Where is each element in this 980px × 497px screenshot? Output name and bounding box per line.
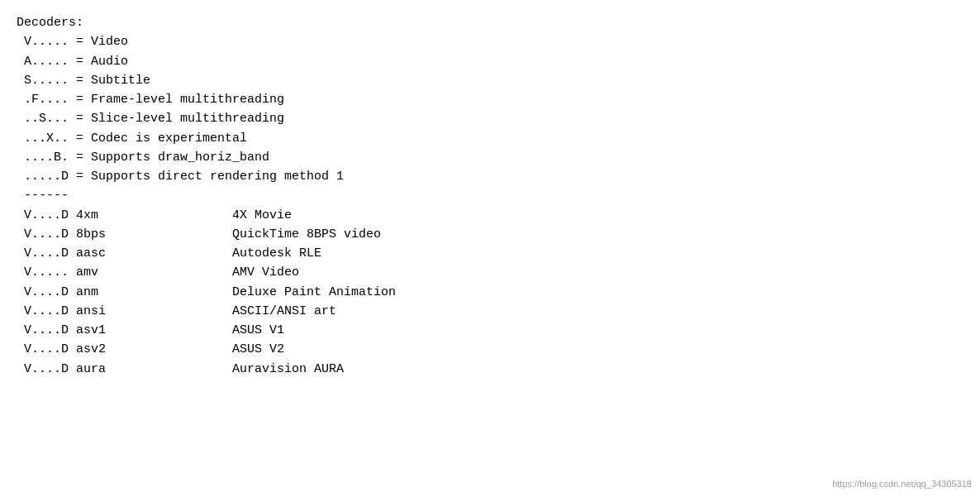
line-9: ------	[17, 186, 963, 205]
line-3: S..... = Subtitle	[17, 71, 963, 90]
line-14: V....D anm Deluxe Paint Animation	[17, 283, 963, 302]
line-0: Decoders:	[17, 13, 963, 32]
line-4: .F.... = Frame-level multithreading	[17, 90, 963, 109]
line-8: .....D = Supports direct rendering metho…	[17, 167, 963, 186]
line-17: V....D asv2 ASUS V2	[17, 340, 963, 359]
watermark-text: https://blog.csdn.net/qq_34305318	[832, 479, 972, 489]
line-13: V..... amv AMV Video	[17, 263, 963, 282]
line-15: V....D ansi ASCII/ANSI art	[17, 302, 963, 321]
line-7: ....B. = Supports draw_horiz_band	[17, 148, 963, 167]
main-content: Decoders: V..... = Video A..... = Audio …	[17, 13, 963, 379]
line-10: V....D 4xm 4X Movie	[17, 206, 963, 225]
line-12: V....D aasc Autodesk RLE	[17, 244, 963, 263]
line-2: A..... = Audio	[17, 52, 963, 71]
line-16: V....D asv1 ASUS V1	[17, 321, 963, 340]
line-1: V..... = Video	[17, 32, 963, 51]
line-11: V....D 8bps QuickTime 8BPS video	[17, 225, 963, 244]
line-18: V....D aura Auravision AURA	[17, 360, 963, 379]
line-5: ..S... = Slice-level multithreading	[17, 109, 963, 128]
line-6: ...X.. = Codec is experimental	[17, 129, 963, 148]
